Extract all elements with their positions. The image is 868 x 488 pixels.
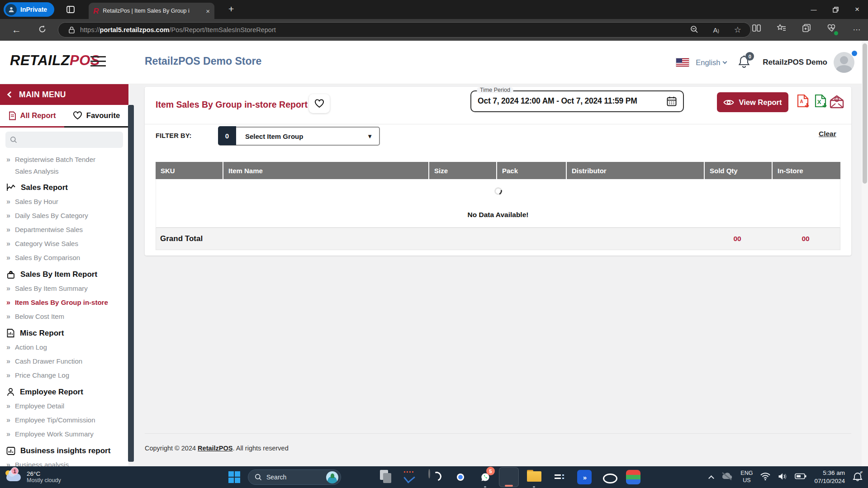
sidebar-scrollbar[interactable]	[128, 105, 134, 462]
chevrons-right-icon: »	[6, 341, 10, 353]
item-group-dropdown[interactable]: 0 Select Item Group ▼	[218, 127, 380, 146]
sidebar: MAIN MENU All Report Favourite »Register…	[0, 84, 128, 466]
battery-icon[interactable]	[795, 473, 806, 481]
sidebar-item[interactable]: »Category Wise Sales	[6, 238, 128, 252]
refresh-icon[interactable]	[38, 25, 47, 35]
column-header-pack[interactable]: Pack	[496, 162, 566, 179]
sidebar-item[interactable]: »Departmentwise Sales	[6, 224, 128, 238]
favorite-star-icon[interactable]: ☆	[734, 25, 741, 35]
sidebar-item[interactable]: »Price Change Log	[6, 370, 128, 384]
window-restore-button[interactable]	[825, 0, 846, 19]
sidebar-section-misc-report[interactable]: Misc Report	[6, 325, 128, 341]
page-scrollbar[interactable]	[862, 41, 868, 466]
workspaces-icon[interactable]	[66, 5, 75, 16]
inprivate-badge[interactable]: InPrivate	[4, 2, 54, 17]
back-icon[interactable]: ←	[12, 25, 21, 34]
browser-navbar: ← https://portal5.retailzpos.com/Pos/Rep…	[0, 19, 868, 41]
sidebar-item[interactable]: »Daily Sales By Category	[6, 210, 128, 224]
user-avatar[interactable]	[834, 52, 854, 73]
notification-center-icon[interactable]: zz	[853, 470, 863, 484]
onedrive-paused-icon[interactable]	[721, 472, 733, 483]
obs-icon[interactable]	[428, 470, 443, 484]
sidebar-item[interactable]: »Sales By Comparison	[6, 252, 128, 266]
app-header: RETAILZPOS RetailzPOS Demo Store English…	[0, 41, 868, 84]
sidebar-item[interactable]: »Sales By Item Summary	[6, 283, 128, 297]
chevrons-right-icon: »	[6, 414, 10, 426]
blue-diamond-app-icon[interactable]: »	[577, 470, 592, 484]
sidebar-item[interactable]: »Sales By Hour	[6, 196, 128, 210]
column-header-item-name[interactable]: Item Name	[223, 162, 428, 179]
time-period-field[interactable]: Time Period Oct 7, 2024 12:00 AM - Oct 7…	[470, 90, 684, 112]
tab-favourite[interactable]: Favourite	[64, 105, 128, 128]
report-card: Item Sales By Group in-store Report Time…	[145, 87, 851, 256]
language-selector[interactable]: English	[696, 58, 726, 67]
sidebar-item[interactable]: »Employee Work Summary	[6, 428, 128, 442]
copyright-suffix: . All rights reserved	[232, 445, 288, 452]
sidebar-search-input[interactable]	[21, 136, 116, 143]
browser-menu-icon[interactable]: …	[853, 23, 862, 33]
main-menu-header[interactable]: MAIN MENU	[0, 84, 128, 105]
tab-all-report[interactable]: All Report	[0, 105, 64, 128]
column-header-size[interactable]: Size	[428, 162, 496, 179]
teamviewer-icon[interactable]	[602, 470, 616, 484]
column-header-distributor[interactable]: Distributor	[566, 162, 704, 179]
column-header-sold-qty[interactable]: Sold Qty	[704, 162, 772, 179]
notification-bell[interactable]: 0	[737, 55, 753, 70]
window-close-button[interactable]: ×	[846, 0, 868, 19]
whatsapp-icon[interactable]: 5	[478, 470, 493, 484]
taskbar-clock[interactable]: 5:36 am 07/10/2024	[814, 469, 845, 485]
sidebar-item[interactable]: »Employee Tip/Commission	[6, 414, 128, 428]
retailzpos-logo[interactable]: RETAILZPOS	[10, 52, 100, 69]
sidebar-section-sales-by-item[interactable]: $ Sales By Item Report	[6, 266, 128, 283]
hamburger-menu-icon[interactable]	[90, 56, 106, 66]
window-minimize-button[interactable]: —	[803, 0, 825, 19]
snipping-tool-icon[interactable]	[402, 470, 417, 484]
email-report-icon[interactable]: @	[829, 94, 845, 111]
favourite-toggle-button[interactable]	[309, 94, 330, 113]
view-report-button[interactable]: View Report	[717, 92, 788, 112]
favorites-bar-icon[interactable]	[777, 24, 786, 34]
address-bar[interactable]: https://portal5.retailzpos.com/Pos/Repor…	[58, 22, 751, 38]
edge-icon[interactable]	[502, 470, 516, 484]
read-aloud-icon[interactable]: A)	[713, 26, 719, 34]
tray-overflow-icon[interactable]	[708, 475, 714, 481]
chrome-icon[interactable]	[453, 470, 468, 484]
export-pdf-icon[interactable]: A	[796, 94, 811, 111]
new-tab-button[interactable]: +	[228, 4, 234, 14]
stacked-windows-icon[interactable]	[379, 470, 394, 484]
split-screen-icon[interactable]	[752, 24, 761, 34]
sidebar-section-business-insights[interactable]: Business insights report	[6, 442, 128, 459]
volume-icon[interactable]	[778, 473, 787, 482]
wifi-icon[interactable]	[760, 473, 770, 482]
sidebar-section-sales-report[interactable]: Sales Report	[6, 179, 128, 196]
bluestacks-icon[interactable]	[626, 470, 640, 484]
grand-total-row: Grand Total 00 00	[156, 227, 840, 250]
taskbar-search[interactable]: Search	[248, 469, 341, 485]
column-header-sku[interactable]: SKU	[156, 162, 223, 179]
column-header-in-store[interactable]: In-Store	[772, 162, 840, 179]
retailzpos-footer-link[interactable]: RetailzPOS	[198, 445, 232, 452]
sidebar-section-employee-report[interactable]: Employee Report	[6, 384, 128, 400]
blue-list-app-icon[interactable]	[552, 470, 566, 484]
weather-widget[interactable]: 1 26°C Mostly cloudy	[5, 468, 61, 485]
export-excel-icon[interactable]: X	[814, 94, 828, 111]
language-indicator[interactable]: ENGUS	[740, 470, 753, 484]
sidebar-item[interactable]: »Action Log	[6, 341, 128, 355]
tab-close-icon[interactable]: ×	[206, 7, 210, 15]
sidebar-item[interactable]: »Registerwise Batch Tender Sales Analysi…	[6, 154, 128, 179]
sidebar-item[interactable]: »Cash Drawer Function	[6, 355, 128, 370]
clear-filter-link[interactable]: Clear	[819, 130, 836, 138]
taskbar-date: 07/10/2024	[814, 477, 845, 485]
collections-icon[interactable]	[802, 24, 811, 34]
browser-essentials-icon[interactable]	[827, 24, 836, 34]
scrollbar-thumb[interactable]	[863, 43, 867, 184]
windows-start-button[interactable]	[228, 471, 240, 483]
sidebar-item-active[interactable]: »Item Sales By Group in-store	[6, 297, 128, 311]
sidebar-search[interactable]	[5, 132, 123, 148]
calendar-icon[interactable]	[666, 96, 677, 109]
browser-tab-active[interactable]: R RetailzPos | Item Sales By Group i ×	[89, 3, 214, 19]
file-explorer-icon[interactable]	[527, 470, 541, 484]
sidebar-item[interactable]: »Employee Detail	[6, 400, 128, 414]
zoom-search-icon[interactable]	[690, 25, 698, 35]
sidebar-item[interactable]: »Below Cost Item	[6, 311, 128, 325]
